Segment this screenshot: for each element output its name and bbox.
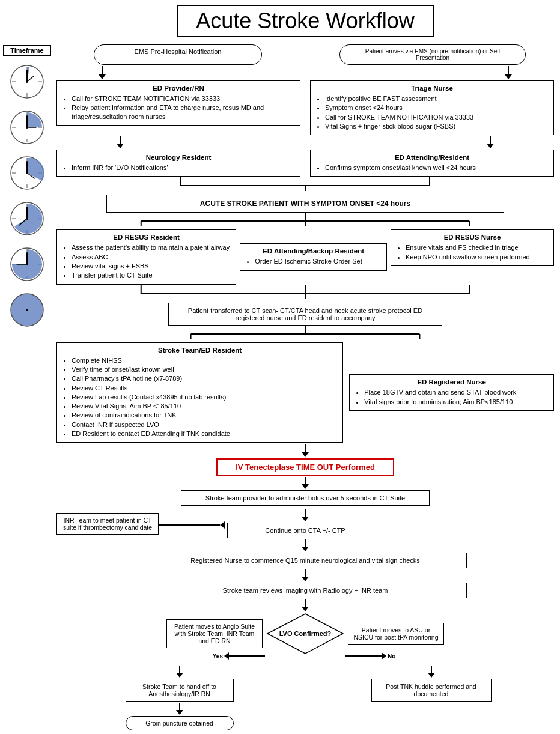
st-item2: Verify time of onset/last known well: [72, 365, 336, 374]
ed-provider-item2: Relay patient information and ETA to cha…: [72, 103, 294, 121]
sidebar: Timeframe: [0, 0, 54, 734]
clock6-icon: [10, 293, 44, 327]
ed-provider-title: ED Provider/RN: [63, 85, 294, 92]
ed-provider-item1: Call for STROKE TEAM NOTIFICATION via 33…: [72, 94, 294, 103]
neuro-resident-box: Neurology Resident Inform INR for 'LVO N…: [56, 150, 300, 177]
arrow8: [302, 539, 309, 551]
st-item9: ED Resident to contact ED Attending if T…: [72, 429, 336, 438]
acute-stroke-banner: ACUTE STROKE PATIENT WITH SYMPTOM ONSET …: [106, 195, 504, 213]
ed-backup-box: ED Attending/Backup Resident Order ED Is…: [240, 229, 387, 284]
ed-attending-box: ED Attending/Resident Confirms symptom o…: [310, 150, 554, 177]
patient-arrival-pill: Patient arrives via EMS (no pre-notifica…: [339, 44, 526, 65]
hand-off-box: Stroke Team to hand off to Anesthesiolog…: [126, 679, 234, 702]
ed-rn-list: Place 18G IV and obtain and send STAT bl…: [356, 388, 547, 406]
neuro-list: Inform INR for 'LVO Notifications': [63, 163, 294, 172]
asu-nsicu-text: Patient moves to ASU or NSICU for post t…: [348, 623, 444, 645]
neuro-title: Neurology Resident: [63, 154, 294, 161]
neuro-item1: Inform INR for 'LVO Notifications': [72, 163, 294, 172]
st-item4: Review CT Results: [72, 384, 336, 392]
clock5-container: [10, 247, 44, 282]
stroke-reviews-box: Stroke team reviews imaging with Radiolo…: [144, 583, 467, 598]
svg-point-15: [26, 126, 28, 129]
ct-transfer-box: Patient transferred to CT scan- CT/CTA h…: [168, 303, 442, 326]
st-item7: Review of contraindications for TNK: [72, 411, 336, 419]
clock3-icon: [10, 156, 44, 190]
clock5-icon: [10, 247, 44, 282]
clock1-container: [10, 64, 44, 99]
ed-resus-nurse-box: ED RESUS Nurse Ensure vitals and FS chec…: [391, 229, 554, 284]
ed-resus-resident-box: ED RESUS Resident Assess the patient's a…: [56, 229, 236, 284]
backup-item1: Order ED Ischemic Stroke Order Set: [255, 257, 380, 265]
ed-backup-list: Order ED Ischemic Stroke Order Set: [246, 257, 380, 265]
rn-neurological-box: Registered Nurse to commence Q15 minute …: [144, 553, 467, 568]
stroke-administer-box: Stroke team provider to administer bolus…: [181, 490, 430, 506]
ems-notification-pill: EMS Pre-Hospital Notification: [94, 44, 262, 65]
continue-cta-box: Continue onto CTA +/- CTP: [227, 523, 383, 538]
clock1-icon: [10, 64, 44, 99]
rn-item2: Vital signs prior to administration; Aim…: [364, 398, 547, 406]
ed-backup-title: ED Attending/Backup Resident: [246, 247, 380, 255]
clock2-container: [10, 110, 44, 145]
lvo-confirmed-text: LVO Confirmed?: [279, 630, 332, 637]
converge2-arrows: [56, 285, 554, 303]
ed-provider-list: Call for STROKE TEAM NOTIFICATION via 33…: [63, 94, 294, 121]
arrow2: [505, 66, 512, 79]
ed-resus-title: ED RESUS Resident: [63, 234, 230, 241]
svg-point-23: [26, 172, 28, 174]
arrow6: [302, 477, 309, 489]
ed-attending-item1: Confirms symptom onset/last known well <…: [325, 163, 547, 172]
svg-point-42: [26, 309, 28, 311]
yes-label: Yes: [213, 653, 223, 660]
triage-item2: Symptom onset <24 hours: [325, 103, 547, 112]
title-box: Acute Stroke Workflow: [177, 5, 433, 37]
nurse-item2: Keep NPO until swallow screen performed: [406, 253, 547, 261]
iv-tenecteplase-label: IV Tenecteplase TIME OUT Performed: [236, 463, 375, 472]
triage-item4: Vital Signs + finger-stick blood sugar (…: [325, 122, 547, 130]
clock6-container: [10, 293, 44, 327]
stroke-team-box: Stroke Team/ED Resident Complete NIHSS V…: [56, 342, 343, 443]
asu-nsicu-box: Patient moves to ASU or NSICU for post t…: [344, 623, 554, 645]
triage-nurse-title: Triage Nurse: [317, 85, 547, 92]
arrow7: [302, 509, 309, 521]
clock4-icon: [10, 201, 44, 236]
arrow12: [176, 703, 183, 715]
svg-point-7: [26, 80, 28, 83]
page-title: Acute Stroke Workflow: [196, 8, 414, 34]
resus-item3: Review vital signs + FSBS: [72, 262, 230, 270]
groin-puncture-pill: Groin puncture obtained: [126, 716, 234, 730]
branch-arrows: [56, 213, 554, 229]
triage-nurse-box: Triage Nurse Identify positive BE FAST a…: [310, 80, 554, 135]
ed-resus-list: Assess the patient's ability to maintain…: [63, 243, 230, 279]
arrow13: [428, 666, 435, 678]
arrow9: [302, 569, 309, 581]
svg-point-39: [26, 263, 28, 265]
ed-rn-box: ED Registered Nurse Place 18G IV and obt…: [349, 342, 554, 443]
triage-nurse-list: Identify positive BE FAST assessment Sym…: [317, 94, 547, 130]
ed-rn-title: ED Registered Nurse: [356, 378, 547, 386]
ed-provider-box: ED Provider/RN Call for STROKE TEAM NOTI…: [56, 80, 300, 135]
st-item8: Contact INR if suspected LVO: [72, 420, 336, 429]
clock4-container: [10, 201, 44, 236]
st-item3: Call Pharmacy's tPA hotline (x7-8789): [72, 374, 336, 383]
clock3-container: [10, 156, 44, 190]
clock2-icon: [10, 110, 44, 145]
resus-item2: Assess ABC: [72, 253, 230, 261]
arrow5: [302, 444, 309, 457]
branch2-arrows: [56, 326, 554, 342]
st-item1: Complete NIHSS: [72, 356, 336, 365]
angio-suite-box: Patient moves to Angio Suite with Stroke…: [56, 619, 266, 648]
main-content: Acute Stroke Workflow EMS Pre-Hospital N…: [54, 0, 560, 734]
stroke-team-list: Complete NIHSS Verify time of onset/last…: [63, 356, 336, 438]
timeframe-label: Timeframe: [3, 45, 51, 56]
stroke-team-title: Stroke Team/ED Resident: [63, 347, 336, 354]
nurse-item1: Ensure vitals and FS checked in triage: [406, 243, 547, 252]
arrow4: [487, 136, 494, 148]
inr-team-box: INR Team to meet patient in CT suite if …: [56, 513, 159, 535]
ed-attending-title: ED Attending/Resident: [317, 154, 547, 161]
st-item5: Review Lab results (Contact x43895 if no…: [72, 393, 336, 401]
ed-resus-nurse-title: ED RESUS Nurse: [397, 234, 547, 241]
converge-arrows: [56, 177, 554, 195]
ed-attending-list: Confirms symptom onset/last known well <…: [317, 163, 547, 172]
inr-team-text: INR Team to meet patient in CT suite if …: [56, 513, 159, 535]
st-item6: Review Vital Signs; Aim BP <185/110: [72, 402, 336, 410]
